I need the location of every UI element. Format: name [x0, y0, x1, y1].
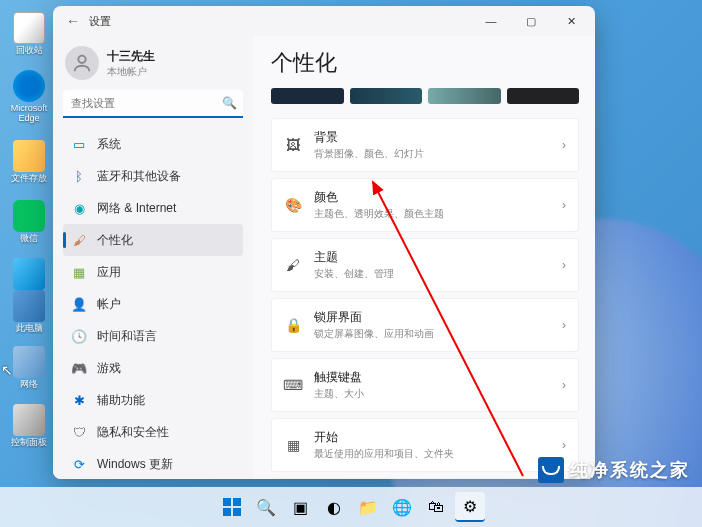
edge-icon [13, 70, 45, 102]
shield-icon: 🛡 [71, 424, 87, 440]
desktop-icon-folder[interactable]: 文件存放 [8, 140, 50, 184]
nav-update[interactable]: ⟳Windows 更新 [63, 448, 243, 479]
taskbar: 🔍 ▣ ◐ 📁 🌐 🛍 ⚙ [0, 487, 702, 527]
theme-thumbnails [271, 88, 579, 104]
window-title: 设置 [89, 14, 111, 29]
keyboard-icon: ⌨ [284, 376, 302, 394]
close-button[interactable]: ✕ [551, 6, 591, 36]
user-block[interactable]: 十三先生 本地帐户 [63, 42, 243, 90]
desktop-icon-recycle-bin[interactable]: 回收站 [8, 12, 50, 56]
start-icon: ▦ [284, 436, 302, 454]
settings-button[interactable]: ⚙ [455, 492, 485, 522]
watermark: 纯净系统之家 [538, 457, 690, 483]
accessibility-icon: ✱ [71, 392, 87, 408]
chevron-right-icon: › [562, 258, 566, 272]
svg-rect-4 [223, 508, 231, 516]
lock-icon: 🔒 [284, 316, 302, 334]
back-button[interactable]: ← [57, 13, 89, 29]
control-panel-icon [13, 404, 45, 436]
theme-thumb[interactable] [350, 88, 423, 104]
nav-accessibility[interactable]: ✱辅助功能 [63, 384, 243, 416]
system-icon: ▭ [71, 136, 87, 152]
chevron-right-icon: › [562, 318, 566, 332]
nav-accounts[interactable]: 👤帐户 [63, 288, 243, 320]
apps-icon: ▦ [71, 264, 87, 280]
search-input[interactable] [63, 90, 243, 118]
card-touch-keyboard[interactable]: ⌨ 触摸键盘主题、大小 › [271, 358, 579, 412]
folder-icon [13, 140, 45, 172]
explorer-button[interactable]: 📁 [353, 492, 383, 522]
nav-apps[interactable]: ▦应用 [63, 256, 243, 288]
nav-privacy[interactable]: 🛡隐私和安全性 [63, 416, 243, 448]
this-pc-icon [13, 290, 45, 322]
theme-thumb[interactable] [271, 88, 344, 104]
svg-rect-3 [233, 498, 241, 506]
brush-icon: 🖌 [284, 256, 302, 274]
card-background[interactable]: 🖼 背景背景图像、颜色、幻灯片 › [271, 118, 579, 172]
wechat-icon [13, 200, 45, 232]
desktop-icon-edge[interactable]: Microsoft Edge [8, 70, 50, 124]
chevron-right-icon: › [562, 438, 566, 452]
control-panel-icon [13, 258, 45, 290]
nav-system[interactable]: ▭系统 [63, 128, 243, 160]
chevron-right-icon: › [562, 198, 566, 212]
watermark-logo-icon [538, 457, 564, 483]
search-icon: 🔍 [222, 96, 237, 110]
person-icon: 👤 [71, 296, 87, 312]
palette-icon: 🎨 [284, 196, 302, 214]
update-icon: ⟳ [71, 456, 87, 472]
edge-button[interactable]: 🌐 [387, 492, 417, 522]
taskbar-search-button[interactable]: 🔍 [251, 492, 281, 522]
network-icon [13, 346, 45, 378]
nav-gaming[interactable]: 🎮游戏 [63, 352, 243, 384]
chevron-right-icon: › [562, 378, 566, 392]
chevron-right-icon: › [562, 138, 566, 152]
titlebar: ← 设置 ― ▢ ✕ [53, 6, 595, 36]
svg-point-0 [78, 56, 85, 63]
taskview-button[interactable]: ▣ [285, 492, 315, 522]
nav-personalization[interactable]: 🖌个性化 [63, 224, 243, 256]
settings-window: ← 设置 ― ▢ ✕ 十三先生 本地帐户 🔍 ▭系统 ᛒ蓝牙和其 [53, 6, 595, 479]
brush-icon: 🖌 [71, 232, 87, 248]
recycle-bin-icon [13, 12, 45, 44]
wifi-icon: ◉ [71, 200, 87, 216]
start-button[interactable] [217, 492, 247, 522]
user-name: 十三先生 [107, 48, 155, 65]
minimize-button[interactable]: ― [471, 6, 511, 36]
card-start[interactable]: ▦ 开始最近使用的应用和项目、文件夹 › [271, 418, 579, 472]
svg-rect-2 [223, 498, 231, 506]
nav-network[interactable]: ◉网络 & Internet [63, 192, 243, 224]
desktop-icon-control-panel-blue[interactable] [8, 258, 50, 292]
main-panel: 个性化 🖼 背景背景图像、颜色、幻灯片 › 🎨 颜色主题色、透明效果、颜色主题 … [253, 36, 595, 479]
avatar [65, 46, 99, 80]
desktop-icon-network[interactable]: 网络 [8, 346, 50, 390]
maximize-button[interactable]: ▢ [511, 6, 551, 36]
search-wrap: 🔍 [63, 90, 243, 118]
nav-bluetooth[interactable]: ᛒ蓝牙和其他设备 [63, 160, 243, 192]
card-lockscreen[interactable]: 🔒 锁屏界面锁定屏幕图像、应用和动画 › [271, 298, 579, 352]
clock-icon: 🕓 [71, 328, 87, 344]
user-account-type: 本地帐户 [107, 65, 155, 79]
gamepad-icon: 🎮 [71, 360, 87, 376]
nav-list: ▭系统 ᛒ蓝牙和其他设备 ◉网络 & Internet 🖌个性化 ▦应用 👤帐户… [63, 128, 243, 479]
image-icon: 🖼 [284, 136, 302, 154]
desktop-icon-control-panel[interactable]: 控制面板 [8, 404, 50, 448]
desktop-icon-wechat[interactable]: 微信 [8, 200, 50, 244]
page-title: 个性化 [271, 48, 579, 78]
store-button[interactable]: 🛍 [421, 492, 451, 522]
svg-rect-5 [233, 508, 241, 516]
desktop-icon-this-pc[interactable]: 此电脑 [8, 290, 50, 334]
theme-thumb[interactable] [507, 88, 580, 104]
theme-thumb[interactable] [428, 88, 501, 104]
card-themes[interactable]: 🖌 主题安装、创建、管理 › [271, 238, 579, 292]
nav-time-language[interactable]: 🕓时间和语言 [63, 320, 243, 352]
card-taskbar[interactable]: ▭ 任务栏任务栏行为，系统固定 › [271, 478, 579, 479]
widgets-button[interactable]: ◐ [319, 492, 349, 522]
sidebar: 十三先生 本地帐户 🔍 ▭系统 ᛒ蓝牙和其他设备 ◉网络 & Internet … [53, 36, 253, 479]
card-colors[interactable]: 🎨 颜色主题色、透明效果、颜色主题 › [271, 178, 579, 232]
bluetooth-icon: ᛒ [71, 168, 87, 184]
